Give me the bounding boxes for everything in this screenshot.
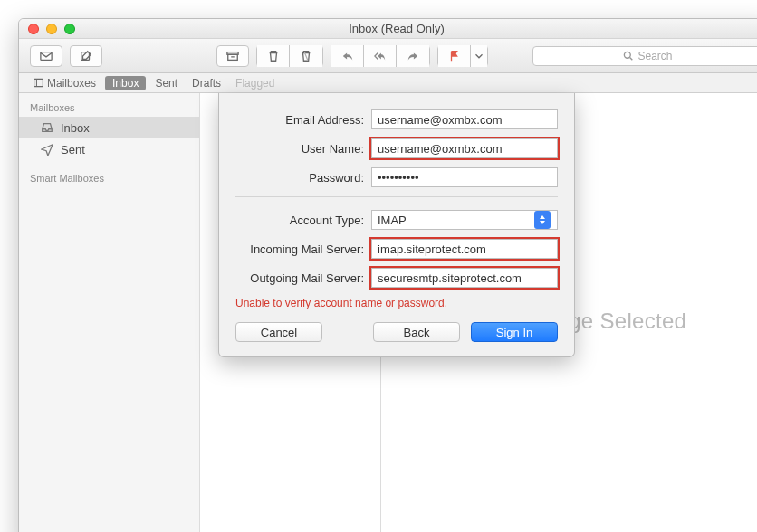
divider	[235, 196, 558, 197]
label-password: Password:	[235, 171, 371, 185]
outgoing-server-field[interactable]	[371, 268, 558, 288]
envelope-icon	[40, 50, 53, 62]
delete-junk-group	[256, 45, 323, 67]
compose-icon	[80, 50, 92, 62]
search-field[interactable]: Search	[532, 46, 757, 66]
sidebar: Mailboxes Inbox Sent Smart Mailboxes	[19, 93, 200, 532]
minimize-window-button[interactable]	[46, 24, 57, 34]
forward-button[interactable]	[397, 45, 429, 67]
get-mail-button[interactable]	[30, 45, 62, 67]
reply-all-button[interactable]	[364, 45, 397, 67]
traffic-lights	[19, 24, 75, 34]
titlebar: Inbox (Read Only)	[19, 19, 757, 39]
reply-icon	[341, 50, 354, 62]
toolbar: Search	[19, 39, 757, 73]
archive-icon	[226, 50, 239, 62]
svg-rect-5	[34, 79, 43, 86]
flag-button[interactable]	[438, 45, 471, 67]
row-email: Email Address:	[235, 109, 558, 129]
row-password: Password:	[235, 167, 558, 187]
error-message: Unable to verify account name or passwor…	[235, 297, 558, 309]
forward-icon	[407, 50, 419, 62]
sidebar-item-inbox[interactable]: Inbox	[19, 117, 199, 138]
row-incoming: Incoming Mail Server:	[235, 239, 558, 259]
show-mailboxes-button[interactable]: Mailboxes	[28, 75, 101, 91]
back-button[interactable]: Back	[373, 322, 460, 342]
search-placeholder: Search	[637, 50, 672, 62]
account-type-popup[interactable]: IMAP	[371, 210, 558, 230]
favorite-inbox[interactable]: Inbox	[105, 76, 146, 90]
svg-rect-0	[41, 52, 52, 60]
account-setup-sheet: Email Address: User Name: Password: Acco…	[218, 93, 575, 357]
label-outgoing: Outgoing Mail Server:	[235, 271, 371, 285]
row-user: User Name:	[235, 138, 558, 158]
flag-menu-button[interactable]	[471, 45, 487, 67]
junk-icon	[300, 50, 312, 62]
window-title: Inbox (Read Only)	[19, 22, 757, 35]
row-account-type: Account Type: IMAP	[235, 210, 558, 230]
favorite-drafts[interactable]: Drafts	[187, 75, 226, 91]
svg-point-4	[625, 52, 631, 58]
sidebar-header-smart: Smart Mailboxes	[19, 169, 199, 187]
search-icon	[623, 51, 633, 61]
inbox-icon	[41, 121, 53, 134]
label-account-type: Account Type:	[235, 214, 371, 227]
email-field[interactable]	[371, 109, 558, 129]
close-window-button[interactable]	[28, 24, 39, 34]
reply-group	[331, 45, 430, 67]
label-user: User Name:	[235, 142, 371, 156]
junk-button[interactable]	[290, 45, 322, 67]
favorite-flagged[interactable]: Flagged	[230, 75, 280, 91]
label-email: Email Address:	[235, 113, 371, 127]
favorite-sent[interactable]: Sent	[149, 75, 183, 91]
favorites-bar: Mailboxes Inbox Sent Drafts Flagged	[19, 73, 757, 93]
row-outgoing: Outgoing Mail Server:	[235, 268, 558, 288]
mail-window: Inbox (Read Only)	[18, 18, 757, 532]
updown-arrows-icon	[534, 211, 551, 229]
delete-button[interactable]	[257, 45, 290, 67]
password-field[interactable]	[371, 167, 558, 187]
username-field[interactable]	[371, 138, 558, 158]
trash-icon	[267, 50, 280, 62]
reply-button[interactable]	[331, 45, 364, 67]
incoming-server-field[interactable]	[371, 239, 558, 259]
sidebar-icon	[34, 78, 43, 88]
sidebar-item-sent[interactable]: Sent	[19, 138, 199, 160]
account-type-value: IMAP	[378, 214, 407, 227]
cancel-button[interactable]: Cancel	[235, 322, 322, 342]
zoom-window-button[interactable]	[64, 24, 75, 34]
sidebar-header-mailboxes: Mailboxes	[19, 99, 199, 117]
sent-icon	[41, 143, 53, 156]
sheet-buttons: Cancel Back Sign In	[235, 322, 558, 342]
label-incoming: Incoming Mail Server:	[235, 242, 371, 256]
flag-icon	[448, 50, 461, 62]
archive-button[interactable]	[216, 45, 249, 67]
compose-button[interactable]	[70, 45, 102, 67]
reply-all-icon	[374, 50, 387, 62]
chevron-down-icon	[473, 50, 485, 62]
sign-in-button[interactable]: Sign In	[471, 322, 558, 342]
flag-group	[437, 45, 488, 67]
